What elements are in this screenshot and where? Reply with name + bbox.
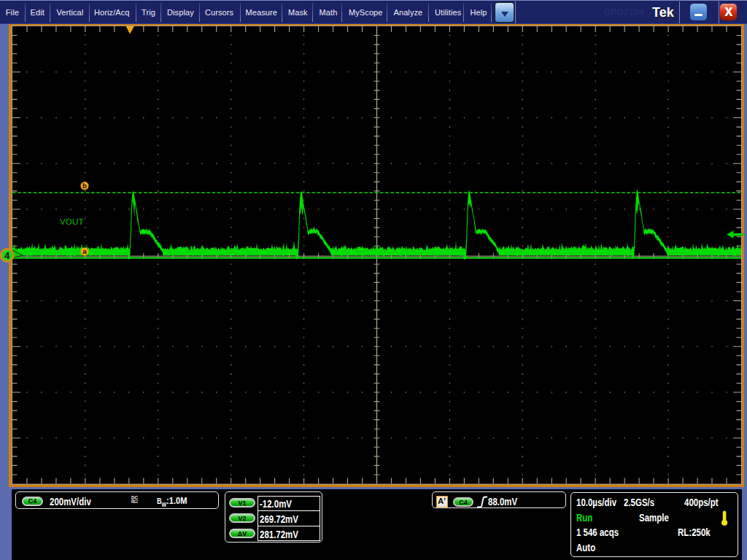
svg-text:b: b <box>82 182 87 190</box>
svg-text:4: 4 <box>4 250 10 261</box>
svg-text:VOUT: VOUT <box>60 217 84 226</box>
svg-text:a: a <box>82 247 87 255</box>
